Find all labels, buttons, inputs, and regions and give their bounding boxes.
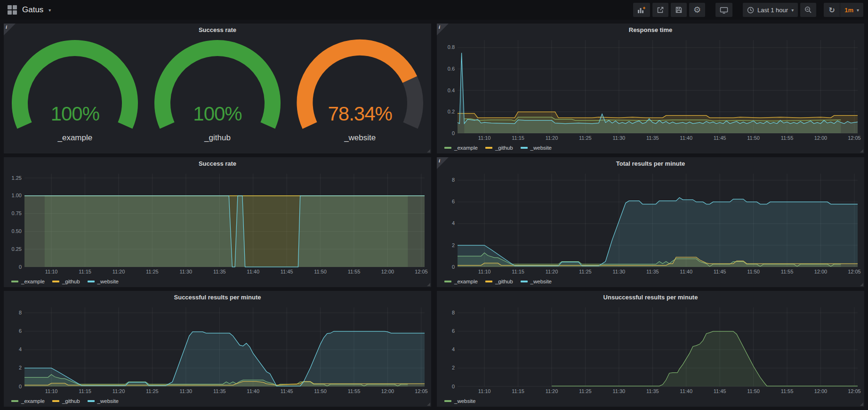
svg-text:11:40: 11:40: [680, 269, 692, 274]
panel-title[interactable]: Successful results per minute: [4, 291, 431, 303]
svg-text:11:25: 11:25: [146, 269, 159, 274]
svg-text:11:30: 11:30: [613, 388, 626, 394]
svg-text:11:30: 11:30: [180, 269, 193, 274]
gauge-label: _example: [4, 133, 146, 143]
panel-resize-handle[interactable]: [860, 283, 863, 286]
legend-swatch: [444, 147, 451, 149]
panel-title[interactable]: Unsuccessful results per minute: [437, 291, 864, 303]
panel-title[interactable]: Success rate: [4, 157, 431, 169]
zoom-out-button[interactable]: [800, 3, 816, 17]
time-range-button[interactable]: Last 1 hour ▾: [743, 3, 798, 17]
svg-text:11:10: 11:10: [45, 269, 58, 274]
legend-swatch: [444, 400, 451, 402]
svg-text:11:30: 11:30: [180, 388, 193, 394]
svg-text:11:15: 11:15: [512, 388, 524, 394]
svg-text:12:05: 12:05: [415, 269, 428, 274]
svg-text:11:50: 11:50: [314, 269, 327, 274]
svg-text:11:10: 11:10: [478, 135, 491, 141]
svg-text:0.8: 0.8: [448, 44, 455, 50]
svg-text:11:20: 11:20: [546, 388, 558, 394]
tv-mode-button[interactable]: [715, 3, 732, 17]
legend-item[interactable]: _github: [52, 279, 80, 284]
svg-text:11:50: 11:50: [747, 135, 760, 141]
svg-text:0.50: 0.50: [12, 228, 22, 234]
refresh-button[interactable]: ↻: [824, 3, 840, 17]
panel-resize-handle[interactable]: [427, 283, 430, 286]
chart-success-rate[interactable]: 00.250.500.751.001.2511:1011:1511:2011:2…: [4, 169, 431, 277]
svg-text:11:40: 11:40: [247, 388, 259, 394]
svg-text:0.25: 0.25: [12, 246, 22, 252]
navbar-left: Gatus ▾: [5, 5, 51, 15]
legend-swatch: [11, 281, 18, 282]
chevron-down-icon[interactable]: ▾: [48, 8, 51, 13]
panel-info-icon[interactable]: i: [4, 24, 16, 35]
chart-successful-results[interactable]: 0246811:1011:1511:2011:2511:3011:3511:40…: [4, 303, 431, 396]
svg-text:12:00: 12:00: [381, 388, 394, 394]
svg-text:6: 6: [452, 199, 455, 204]
refresh-interval-button[interactable]: 1m ▾: [840, 3, 863, 17]
legend-item[interactable]: _website: [521, 145, 552, 151]
legend-item[interactable]: _example: [444, 279, 478, 284]
legend-item[interactable]: _github: [485, 279, 513, 284]
svg-text:11:10: 11:10: [478, 269, 491, 274]
legend-item[interactable]: _website: [88, 279, 119, 284]
panel-title[interactable]: Response time: [437, 24, 864, 36]
navbar: Gatus ▾ ⚙ Last 1 hour ▾: [0, 0, 868, 20]
svg-text:11:15: 11:15: [512, 135, 524, 141]
svg-text:2: 2: [452, 365, 455, 370]
chart-unsuccessful-results[interactable]: 0246811:1011:1511:2011:2511:3011:3511:40…: [437, 303, 864, 396]
panel-resize-handle[interactable]: [427, 149, 430, 153]
svg-text:12:05: 12:05: [848, 388, 861, 394]
legend-item[interactable]: _example: [444, 145, 478, 151]
legend-item[interactable]: _website: [521, 279, 552, 284]
panel-resize-handle[interactable]: [860, 402, 863, 406]
svg-text:8: 8: [19, 310, 22, 315]
chart-total-results[interactable]: 0246811:1011:1511:2011:2511:3011:3511:40…: [437, 169, 864, 277]
svg-text:0: 0: [452, 384, 455, 389]
panel-resize-handle[interactable]: [860, 149, 863, 153]
svg-text:11:50: 11:50: [747, 388, 760, 394]
chart-response-time[interactable]: 00.20.40.60.811:1011:1511:2011:2511:3011…: [437, 36, 864, 143]
zoom-out-icon: [804, 6, 812, 14]
svg-text:11:45: 11:45: [714, 388, 726, 394]
dashboard-title[interactable]: Gatus: [22, 5, 43, 15]
settings-button[interactable]: ⚙: [689, 3, 705, 17]
legend-item[interactable]: _github: [52, 398, 80, 404]
legend-item[interactable]: _website: [444, 398, 475, 404]
legend-swatch: [444, 281, 451, 282]
save-button[interactable]: [671, 3, 687, 17]
navbar-toolbar: ⚙ Last 1 hour ▾ ↻ 1m ▾: [633, 3, 863, 17]
panel-title[interactable]: Total results per minute: [437, 157, 864, 169]
legend-item[interactable]: _website: [88, 398, 119, 404]
svg-text:0: 0: [19, 264, 22, 270]
svg-text:11:10: 11:10: [45, 388, 58, 394]
panel-info-icon[interactable]: i: [437, 24, 449, 35]
share-button[interactable]: [652, 3, 668, 17]
svg-text:12:05: 12:05: [848, 135, 861, 141]
gauge-label: _github: [146, 133, 289, 143]
svg-text:0.4: 0.4: [448, 88, 455, 93]
svg-text:8: 8: [452, 177, 455, 183]
panel-title[interactable]: Success rate: [4, 24, 431, 36]
legend-swatch: [521, 147, 528, 149]
chart-legend: _example_github_website: [437, 143, 864, 153]
panel-resize-handle[interactable]: [427, 402, 430, 406]
refresh-icon: ↻: [828, 6, 835, 15]
legend-swatch: [88, 400, 95, 402]
svg-text:11:35: 11:35: [646, 388, 659, 394]
svg-text:11:30: 11:30: [613, 269, 626, 274]
panel-info-icon[interactable]: i: [437, 157, 449, 169]
legend-swatch: [11, 400, 18, 402]
dashboard-grid-icon[interactable]: [8, 5, 17, 15]
legend-item[interactable]: _example: [11, 279, 45, 284]
add-panel-button[interactable]: [633, 3, 650, 17]
svg-text:11:40: 11:40: [247, 269, 259, 274]
svg-text:11:55: 11:55: [781, 135, 794, 141]
gauge-github: 100% _github: [146, 37, 289, 154]
legend-item[interactable]: _github: [485, 145, 513, 151]
legend-item[interactable]: _example: [11, 398, 45, 404]
svg-text:2: 2: [19, 365, 22, 370]
svg-text:11:25: 11:25: [579, 388, 592, 394]
panel-successful-results: Successful results per minute 0246811:10…: [4, 291, 431, 407]
panel-response-time: i Response time 00.20.40.60.811:1011:151…: [437, 24, 864, 153]
